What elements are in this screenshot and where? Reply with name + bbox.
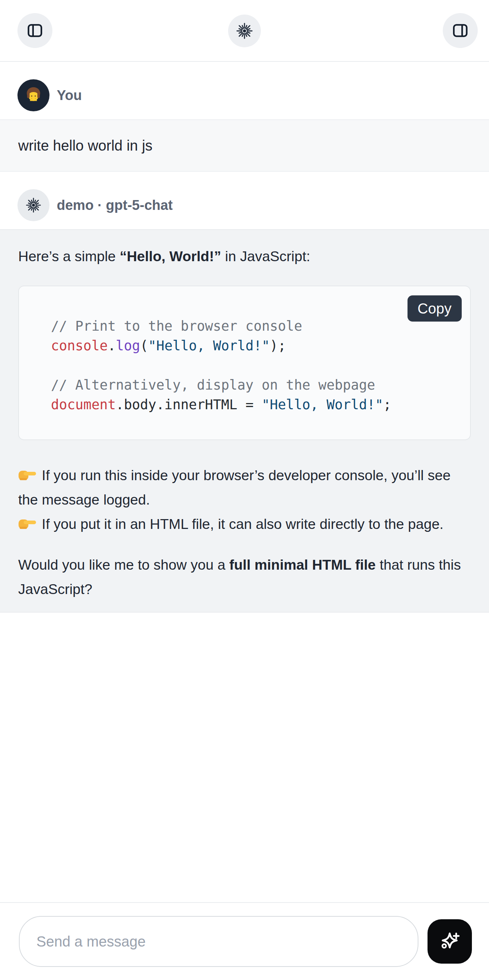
sparkle-plus-icon [438,929,462,953]
assistant-message-body: Here’s a simple “Hello, World!” in JavaS… [0,229,489,612]
user-turn-header: You [18,79,471,111]
right-panel-toggle-button[interactable] [443,13,478,48]
pointing-hand-emoji [18,516,37,531]
code-line: document.body.innerHTML = "Hello, World!… [51,395,456,415]
top-bar [0,0,489,62]
user-sender-label: You [57,88,82,103]
assistant-turn-header: demo · gpt-5-chat [18,189,471,221]
user-avatar [18,79,49,111]
panel-left-icon [26,21,44,40]
assistant-avatar [18,189,49,221]
code-line: console.log("Hello, World!"); [51,336,456,356]
panel-right-icon [451,21,469,40]
code-line [51,356,456,375]
assistant-paragraph: If you run this inside your browser’s de… [18,463,471,512]
composer-bar [0,902,489,980]
ai-send-button[interactable] [427,919,472,964]
starburst-icon [235,21,254,40]
user-turn: You write hello world in js [0,62,489,172]
model-logo-button[interactable] [228,14,261,47]
code-line: // Alternatively, display on the webpage [51,375,456,395]
chat-app-window: You write hello world in js [0,0,489,980]
starburst-icon [25,196,42,214]
user-message-text: write hello world in js [0,119,489,172]
assistant-intro-text: Here’s a simple “Hello, World!” in JavaS… [18,245,471,269]
assistant-turn: demo · gpt-5-chat Here’s a simple “Hello… [0,172,489,612]
assistant-paragraph: If you put it in an HTML file, it can al… [18,512,471,536]
sidebar-toggle-button[interactable] [18,13,53,48]
code-content: // Print to the browser consoleconsole.l… [19,286,470,439]
code-line: // Print to the browser console [51,317,456,336]
assistant-sender-label: demo · gpt-5-chat [57,197,173,213]
chat-scroll-area[interactable] [0,612,489,902]
pointing-hand-emoji [18,467,37,482]
person-emoji [22,84,45,107]
assistant-paragraphs: If you run this inside your browser’s de… [18,463,471,601]
message-input[interactable] [19,916,419,967]
assistant-paragraph: Would you like me to show you a full min… [18,552,471,601]
code-block: Copy // Print to the browser consolecons… [18,286,471,440]
copy-code-button[interactable]: Copy [408,295,462,321]
